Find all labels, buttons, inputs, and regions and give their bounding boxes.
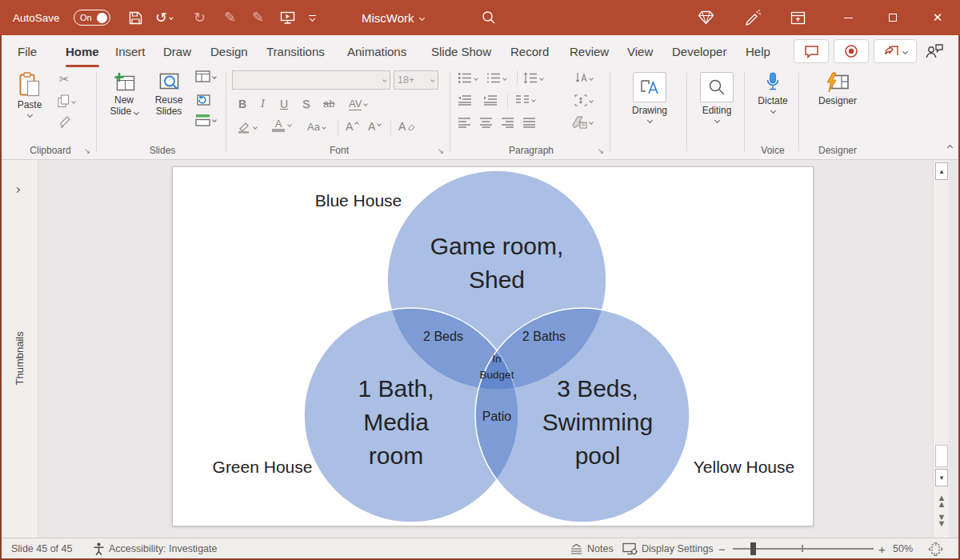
align-right-button[interactable] <box>501 117 514 128</box>
zoom-level-button[interactable]: 50% <box>893 538 913 559</box>
qat-overflow-button[interactable] <box>309 0 316 35</box>
dictate-button[interactable]: Dictate <box>750 69 795 131</box>
tab-transitions[interactable]: Transitions <box>265 35 326 67</box>
venn-set-name-blue[interactable]: Blue House <box>278 191 438 210</box>
search-button[interactable] <box>482 0 496 35</box>
document-title[interactable]: MiscWork <box>362 0 424 35</box>
convert-to-smartart-button[interactable] <box>571 115 593 129</box>
editing-button[interactable]: Editing <box>691 69 742 141</box>
font-color-button[interactable]: A <box>272 118 285 132</box>
save-icon[interactable] <box>128 0 143 35</box>
venn-set-name-yellow[interactable]: Yellow House <box>664 458 824 477</box>
slide-canvas[interactable]: Blue House Game room, Shed 2 Beds 2 Bath… <box>172 166 814 526</box>
vertical-scrollbar[interactable]: ▲ ▼ ▲▲ ▼▼ <box>933 160 949 538</box>
tab-developer[interactable]: Developer <box>670 35 728 67</box>
tab-review[interactable]: Review <box>568 35 610 67</box>
designer-button[interactable]: Designer <box>806 69 869 131</box>
start-slideshow-button[interactable] <box>280 0 295 35</box>
slide-layout-button[interactable] <box>195 70 216 82</box>
font-size-combobox[interactable]: 18+ <box>394 70 438 90</box>
tab-draw[interactable]: Draw <box>162 35 193 67</box>
bold-button[interactable]: B <box>238 98 246 110</box>
reset-slide-button[interactable] <box>195 93 210 106</box>
record-button[interactable] <box>834 39 869 63</box>
italic-button[interactable]: I <box>261 98 265 110</box>
drawing-button[interactable]: Drawing <box>619 69 680 141</box>
section-button[interactable] <box>195 114 216 126</box>
strikethrough-button[interactable]: ab <box>323 98 334 110</box>
tab-record[interactable]: Record <box>509 35 550 67</box>
copy-button[interactable] <box>58 94 75 108</box>
scrollbar-thumb[interactable] <box>935 445 948 467</box>
accessibility-status[interactable]: Accessibility: Investigate <box>93 538 217 559</box>
venn-overlap-blue-yellow[interactable]: 2 Baths <box>504 330 584 344</box>
next-slide-button[interactable]: ▼▼ <box>935 514 948 526</box>
columns-button[interactable] <box>515 94 535 106</box>
format-painter-button[interactable] <box>59 115 73 129</box>
ink-highlighter-button[interactable]: ✎ <box>252 0 264 35</box>
scroll-up-button[interactable]: ▲ <box>935 162 948 180</box>
comments-button[interactable] <box>794 39 829 63</box>
text-direction-button[interactable] <box>574 72 593 84</box>
notes-toggle-button[interactable]: Notes <box>570 538 614 559</box>
previous-slide-button[interactable]: ▲▲ <box>935 494 948 507</box>
increase-font-size-button[interactable]: A <box>346 120 358 133</box>
font-dialog-launcher[interactable]: ↘ <box>436 146 446 156</box>
autosave-toggle[interactable]: On <box>74 0 110 35</box>
zoom-out-button[interactable]: − <box>718 538 726 559</box>
reuse-slides-button[interactable]: ReuseSlides <box>147 69 190 131</box>
numbering-button[interactable] <box>486 72 506 84</box>
character-spacing-button[interactable]: AV <box>349 98 367 110</box>
tab-help[interactable]: Help <box>744 35 772 67</box>
clipboard-dialog-launcher[interactable]: ↘ <box>82 146 92 156</box>
font-color-dropdown[interactable] <box>288 123 291 126</box>
align-text-button[interactable] <box>574 94 593 106</box>
tab-design[interactable]: Design <box>209 35 250 67</box>
feedback-button[interactable] <box>744 0 761 35</box>
slide-number-indicator[interactable]: Slide 45 of 45 <box>11 538 72 559</box>
change-case-button[interactable]: Aa <box>307 121 326 133</box>
paragraph-dialog-launcher[interactable]: ↘ <box>596 146 606 156</box>
clear-formatting-button[interactable]: A <box>398 120 415 133</box>
maximize-button[interactable] <box>877 0 909 35</box>
text-highlight-button[interactable] <box>237 120 257 134</box>
align-left-button[interactable] <box>458 117 471 128</box>
tab-view[interactable]: View <box>626 35 654 67</box>
new-slide-button[interactable]: NewSlide <box>102 69 146 131</box>
undo-button[interactable]: ↺ <box>155 0 173 35</box>
expand-thumbnails-icon[interactable] <box>15 181 19 195</box>
thumbnails-pane-collapsed[interactable]: Thumbnails <box>0 160 38 538</box>
align-center-button[interactable] <box>479 117 493 128</box>
fit-slide-to-window-button[interactable] <box>928 538 943 559</box>
premium-button[interactable] <box>698 0 714 35</box>
underline-button[interactable]: U <box>280 98 288 110</box>
redo-button[interactable]: ↻ <box>194 0 206 35</box>
venn-set-name-green[interactable]: Green House <box>182 458 342 477</box>
decrease-indent-button[interactable] <box>458 94 472 106</box>
venn-overlap-blue-green[interactable]: 2 Beds <box>403 330 483 344</box>
collapse-ribbon-button[interactable] <box>948 138 952 153</box>
scroll-down-button[interactable]: ▼ <box>935 469 948 486</box>
present-to-someone-button[interactable] <box>923 35 946 67</box>
ribbon-display-options-button[interactable] <box>790 0 806 35</box>
justify-button[interactable] <box>522 117 536 128</box>
tab-home[interactable]: Home <box>64 35 101 67</box>
increase-indent-button[interactable] <box>483 94 498 106</box>
decrease-font-size-button[interactable]: A <box>368 120 381 133</box>
venn-yellow-items[interactable]: 3 Beds, Swimming pool <box>518 372 678 473</box>
paste-button[interactable]: Paste <box>11 69 48 131</box>
cut-button[interactable]: ✂ <box>59 72 70 86</box>
tab-file[interactable]: File <box>16 35 38 67</box>
share-button[interactable] <box>874 39 917 63</box>
minimize-button[interactable] <box>832 0 864 35</box>
tab-slide-show[interactable]: Slide Show <box>430 35 493 67</box>
zoom-in-button[interactable]: + <box>878 538 886 559</box>
tab-animations[interactable]: Animations <box>346 35 408 67</box>
bullets-button[interactable] <box>458 72 478 84</box>
close-button[interactable]: ✕ <box>922 0 954 35</box>
zoom-slider-handle[interactable] <box>750 542 756 555</box>
display-settings-button[interactable]: Display Settings <box>622 538 714 559</box>
ink-pen-button[interactable]: ✎ <box>224 0 236 35</box>
text-shadow-button[interactable]: S <box>302 98 310 110</box>
line-spacing-button[interactable] <box>523 72 543 84</box>
